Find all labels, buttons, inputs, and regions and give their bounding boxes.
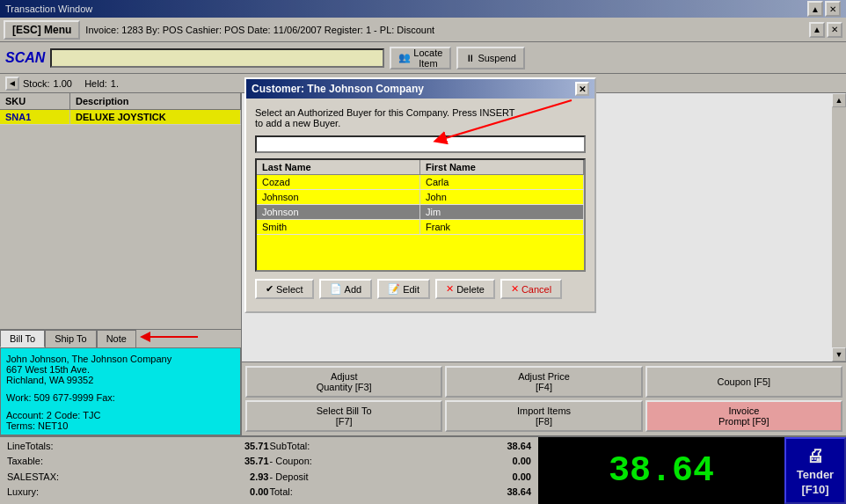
buyer-search-input[interactable] bbox=[255, 135, 586, 153]
cancel-button[interactable]: ✕ Cancel bbox=[500, 279, 562, 299]
edit-button[interactable]: 📝 Edit bbox=[377, 279, 430, 299]
dialog-table-header: Last Name First Name bbox=[257, 160, 584, 175]
customer-dialog: Customer: The Johnson Company ✕ Select a… bbox=[244, 77, 596, 313]
dialog-title: Customer: The Johnson Company bbox=[252, 83, 424, 95]
instruction-line1: Select an Authorized Buyer for this Comp… bbox=[255, 107, 515, 118]
buyer-row-cozad[interactable]: Cozad Carla bbox=[257, 175, 584, 190]
instruction-line2: to add a new Buyer. bbox=[255, 118, 340, 128]
add-button[interactable]: 📄 Add bbox=[319, 279, 373, 299]
select-button[interactable]: ✔ Select bbox=[255, 279, 314, 299]
dialog-body: Select an Authorized Buyer for this Comp… bbox=[246, 99, 594, 311]
edit-icon: 📝 bbox=[388, 283, 400, 295]
buyer-row-johnson-john[interactable]: Johnson John bbox=[257, 190, 584, 205]
last-name-cell: Johnson bbox=[257, 190, 420, 204]
buyer-row-smith[interactable]: Smith Frank bbox=[257, 220, 584, 235]
delete-button[interactable]: ✕ Delete bbox=[435, 279, 495, 299]
first-name-cell: Jim bbox=[420, 205, 584, 219]
edit-label: Edit bbox=[403, 284, 419, 295]
add-label: Add bbox=[345, 284, 362, 295]
last-name-cell: Johnson bbox=[257, 205, 420, 219]
delete-label: Delete bbox=[456, 284, 485, 295]
buyer-row-johnson-jim[interactable]: Johnson Jim bbox=[257, 205, 584, 220]
dialog-close-button[interactable]: ✕ bbox=[575, 82, 589, 96]
select-label: Select bbox=[276, 284, 303, 295]
dialog-instruction: Select an Authorized Buyer for this Comp… bbox=[255, 107, 586, 128]
dialog-titlebar: Customer: The Johnson Company ✕ bbox=[246, 79, 594, 99]
delete-icon: ✕ bbox=[446, 283, 454, 295]
last-name-cell: Cozad bbox=[257, 175, 420, 189]
last-name-cell: Smith bbox=[257, 220, 420, 234]
first-name-cell: Carla bbox=[420, 175, 584, 189]
select-checkmark-icon: ✔ bbox=[266, 283, 273, 295]
last-name-header: Last Name bbox=[257, 160, 420, 174]
cancel-icon: ✕ bbox=[511, 283, 519, 295]
first-name-header: First Name bbox=[420, 160, 584, 174]
cancel-label: Cancel bbox=[521, 284, 551, 295]
first-name-cell: John bbox=[420, 190, 584, 204]
add-icon: 📄 bbox=[330, 283, 342, 295]
first-name-cell: Frank bbox=[420, 220, 584, 234]
dialog-table: Last Name First Name Cozad Carla Johnson… bbox=[255, 158, 586, 272]
dialog-buttons: ✔ Select 📄 Add 📝 Edit ✕ Delete ✕ Cancel bbox=[255, 279, 586, 303]
